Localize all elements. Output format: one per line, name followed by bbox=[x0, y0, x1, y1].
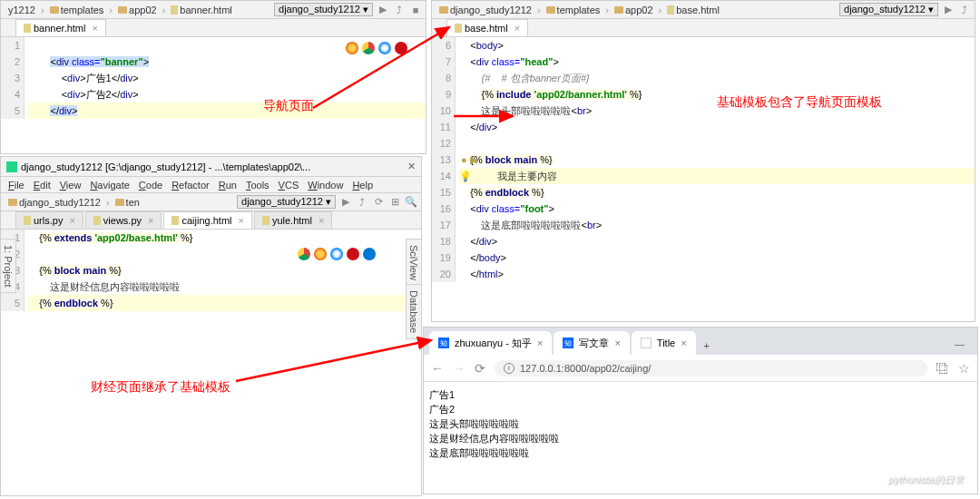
firefox-icon[interactable] bbox=[346, 42, 358, 54]
tab-base[interactable]: base.html× bbox=[446, 19, 528, 36]
tool-icon[interactable]: ⟳ bbox=[372, 196, 385, 209]
menu-tools[interactable]: Tools bbox=[242, 179, 273, 191]
browser-tab[interactable]: Title× bbox=[632, 331, 696, 355]
browser-tab[interactable]: 知zhuxuanyu - 知乎× bbox=[429, 331, 552, 355]
window-close-icon[interactable]: ✕ bbox=[407, 161, 416, 172]
tab-yule-html[interactable]: yule.html× bbox=[254, 211, 332, 229]
menu-view[interactable]: View bbox=[56, 179, 85, 191]
sidetab-sciview[interactable]: SciView bbox=[406, 239, 422, 287]
bc-item[interactable]: app02 bbox=[114, 4, 161, 16]
code-editor[interactable]: 12345 {% extends 'app02/base.html' %} {%… bbox=[1, 230, 421, 311]
tab-caijing-html[interactable]: caijing.html× bbox=[163, 211, 251, 229]
breadcrumb: django_study1212› ten django_study1212 ▾… bbox=[1, 193, 421, 211]
tab-views-py[interactable]: views.py× bbox=[85, 211, 162, 229]
project-selector[interactable]: django_study1212 ▾ bbox=[839, 3, 938, 16]
sidetab-project[interactable]: 1: Project bbox=[0, 239, 16, 293]
debug-icon[interactable]: ⤴ bbox=[393, 4, 406, 16]
run-icon[interactable]: ▶ bbox=[377, 4, 389, 16]
pycharm-icon bbox=[6, 161, 17, 172]
bc-item[interactable]: templates bbox=[543, 4, 604, 16]
browser-tabbar: 知zhuxuanyu - 知乎×知写文章×Title×+— bbox=[424, 328, 977, 355]
favicon: 知 bbox=[438, 338, 449, 348]
editor-tabs: urls.py×views.py×caijing.html×yule.html× bbox=[1, 211, 421, 230]
minimize-icon[interactable]: — bbox=[947, 338, 972, 355]
edge-icon[interactable] bbox=[363, 248, 376, 260]
browser-tab[interactable]: 知写文章× bbox=[554, 331, 629, 355]
run-icon[interactable]: ▶ bbox=[339, 196, 352, 209]
close-icon[interactable]: × bbox=[239, 215, 244, 226]
browser-window: 知zhuxuanyu - 知乎×知写文章×Title×+— ← → ⟳ i 12… bbox=[423, 327, 978, 494]
bc-item[interactable]: django_study1212 bbox=[5, 196, 104, 209]
line-gutter: 67891011121314151617181920 bbox=[432, 37, 456, 282]
safari-icon[interactable] bbox=[330, 248, 343, 260]
url-input[interactable]: i 127.0.0.1:8000/app02/caijing/ bbox=[495, 360, 927, 377]
opera-icon[interactable] bbox=[347, 248, 359, 260]
stop-icon[interactable]: ■ bbox=[409, 4, 422, 16]
window-titlebar[interactable]: django_study1212 [G:\django_study1212] -… bbox=[1, 157, 421, 177]
editor-tabs: banner.html× bbox=[1, 19, 426, 37]
menu-vcs[interactable]: VCS bbox=[275, 179, 303, 191]
bookmark-icon[interactable]: ☆ bbox=[958, 361, 970, 376]
chrome-icon[interactable] bbox=[362, 42, 375, 54]
info-icon[interactable]: i bbox=[504, 363, 514, 374]
tool-icon[interactable]: ⊞ bbox=[388, 196, 401, 209]
ide-window-caijing: django_study1212 [G:\django_study1212] -… bbox=[0, 156, 422, 496]
back-icon[interactable]: ← bbox=[431, 361, 444, 376]
close-icon[interactable]: × bbox=[69, 215, 74, 226]
menu-run[interactable]: Run bbox=[215, 179, 240, 191]
sidetab-database[interactable]: Database bbox=[406, 284, 422, 339]
close-icon[interactable]: × bbox=[681, 338, 686, 348]
bc-item[interactable]: app02 bbox=[611, 4, 657, 16]
browser-content: 广告1广告2这是头部啦啦啦啦啦这是财经信息内容啦啦啦啦啦这是底部啦啦啦啦啦啦 bbox=[424, 382, 977, 465]
forward-icon[interactable]: → bbox=[453, 361, 466, 376]
project-selector[interactable]: django_study1212 ▾ bbox=[237, 195, 336, 209]
firefox-icon[interactable] bbox=[314, 248, 327, 260]
new-tab-button[interactable]: + bbox=[698, 340, 716, 355]
line-gutter: 12345 bbox=[1, 37, 24, 119]
chrome-icon[interactable] bbox=[298, 248, 310, 260]
tab-banner[interactable]: banner.html× bbox=[15, 19, 106, 36]
menu-navigate[interactable]: Navigate bbox=[86, 179, 132, 191]
bc-item[interactable]: banner.html bbox=[167, 4, 235, 16]
close-icon[interactable]: × bbox=[318, 215, 324, 226]
debug-icon[interactable]: ⤴ bbox=[958, 4, 971, 16]
content-line: 广告2 bbox=[429, 402, 972, 416]
content-line: 广告1 bbox=[429, 387, 972, 402]
safari-icon[interactable] bbox=[378, 42, 391, 54]
browser-addrbar: ← → ⟳ i 127.0.0.1:8000/app02/caijing/ ⿻ … bbox=[424, 355, 977, 382]
url-text: 127.0.0.1:8000/app02/caijing/ bbox=[520, 363, 651, 374]
reload-icon[interactable]: ⟳ bbox=[475, 361, 485, 376]
translate-icon[interactable]: ⿻ bbox=[936, 361, 949, 376]
wechat-icon bbox=[868, 472, 883, 486]
menu-help[interactable]: Help bbox=[348, 179, 377, 191]
close-icon[interactable]: × bbox=[614, 338, 620, 348]
run-icon[interactable]: ▶ bbox=[942, 4, 955, 16]
search-icon[interactable]: 🔍 bbox=[405, 196, 417, 209]
bc-item[interactable]: ten bbox=[112, 196, 143, 209]
bc-item[interactable]: y1212 bbox=[5, 4, 39, 16]
opera-icon[interactable] bbox=[395, 42, 407, 54]
bc-item[interactable]: templates bbox=[46, 4, 108, 16]
content-line: 这是底部啦啦啦啦啦啦 bbox=[429, 445, 972, 460]
menu-refactor[interactable]: Refactor bbox=[168, 179, 213, 191]
close-icon[interactable]: × bbox=[514, 23, 520, 34]
close-icon[interactable]: × bbox=[148, 215, 153, 226]
menu-window[interactable]: Window bbox=[304, 179, 347, 191]
close-icon[interactable]: × bbox=[537, 338, 543, 348]
tab-urls-py[interactable]: urls.py× bbox=[15, 211, 83, 229]
code-editor[interactable]: 67891011121314151617181920 <body> <div c… bbox=[432, 37, 975, 282]
project-selector[interactable]: django_study1212 ▾ bbox=[274, 3, 373, 16]
favicon bbox=[641, 338, 652, 348]
watermark: pythonista的日常 bbox=[868, 472, 964, 486]
bc-item[interactable]: base.html bbox=[663, 4, 723, 16]
close-icon[interactable]: × bbox=[92, 23, 97, 34]
browser-icons-row bbox=[298, 248, 376, 260]
editor-panel-base: django_study1212› templates› app02› base… bbox=[431, 0, 975, 322]
debug-icon[interactable]: ⤴ bbox=[356, 196, 368, 209]
menu-code[interactable]: Code bbox=[135, 179, 166, 191]
bc-item[interactable]: django_study1212 bbox=[436, 4, 535, 16]
menubar: FileEditViewNavigateCodeRefactorRunTools… bbox=[1, 177, 421, 193]
menu-edit[interactable]: Edit bbox=[30, 179, 54, 191]
editor-tabs: base.html× bbox=[432, 19, 975, 37]
menu-file[interactable]: File bbox=[5, 179, 28, 191]
